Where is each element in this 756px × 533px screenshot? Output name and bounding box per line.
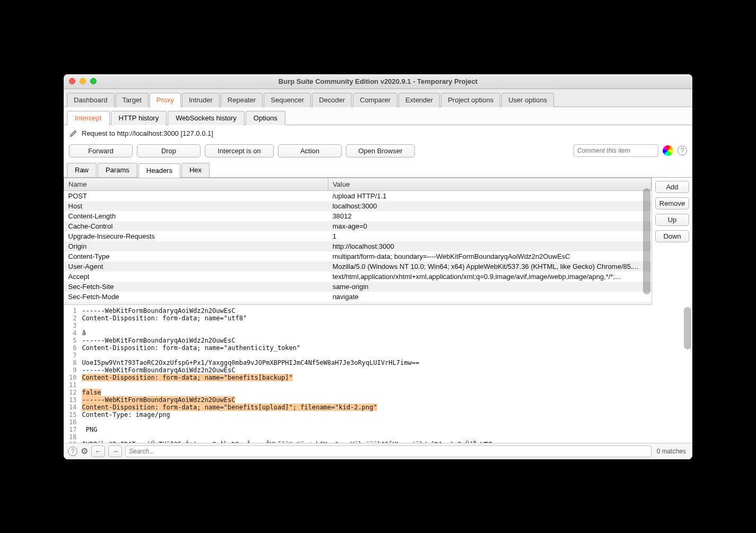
table-cell: max-age=0 xyxy=(328,221,651,231)
table-row[interactable]: Sec-Fetch-Sitesame-origin xyxy=(64,282,651,292)
open-browser-button[interactable]: Open Browser xyxy=(346,144,415,158)
table-cell: Origin xyxy=(64,241,328,251)
drop-button[interactable]: Drop xyxy=(137,144,201,158)
table-cell: Sec-Fetch-Mode xyxy=(64,292,328,302)
table-cell: Content-Length xyxy=(64,211,328,221)
sub-tabs: InterceptHTTP historyWebSockets historyO… xyxy=(64,107,692,125)
down-button[interactable]: Down xyxy=(655,230,689,242)
table-cell: POST xyxy=(64,190,328,201)
table-row[interactable]: Cache-Controlmax-age=0 xyxy=(64,221,651,231)
table-cell: Upgrade-Insecure-Requests xyxy=(64,231,328,241)
help-icon[interactable]: ? xyxy=(68,447,77,456)
column-header[interactable]: Name xyxy=(64,178,328,190)
tab-target[interactable]: Target xyxy=(116,93,149,107)
action-button[interactable]: Action xyxy=(278,144,342,158)
request-line: Request to http://localhost:3000 [127.0.… xyxy=(64,125,692,142)
table-row[interactable]: Upgrade-Insecure-Requests1 xyxy=(64,231,651,241)
table-row[interactable]: Content-Length38012 xyxy=(64,211,651,221)
table-row[interactable]: Hostlocalhost:3000 xyxy=(64,201,651,211)
remove-button[interactable]: Remove xyxy=(655,197,689,209)
table-cell: /upload HTTP/1.1 xyxy=(328,190,651,201)
table-row[interactable]: User-AgentMozilla/5.0 (Windows NT 10.0; … xyxy=(64,261,651,272)
table-cell: Content-Type xyxy=(64,251,328,261)
bottombar: ? ⚙ ← → 0 matches xyxy=(64,443,692,459)
subtab-http-history[interactable]: HTTP history xyxy=(111,111,167,125)
table-row[interactable]: Sec-Fetch-Modenavigate xyxy=(64,292,651,302)
table-cell: text/html,application/xhtml+xml,applicat… xyxy=(328,272,651,282)
tab-intruder[interactable]: Intruder xyxy=(182,93,220,107)
table-cell: same-origin xyxy=(328,282,651,292)
tab-comparer[interactable]: Comparer xyxy=(353,93,397,107)
traffic-lights xyxy=(69,78,97,84)
add-button[interactable]: Add xyxy=(655,181,689,193)
prev-button[interactable]: ← xyxy=(91,445,105,457)
color-wheel-icon[interactable] xyxy=(663,145,673,156)
close-icon[interactable] xyxy=(69,78,75,84)
scrollbar-thumb[interactable] xyxy=(643,188,650,294)
viewtab-headers[interactable]: Headers xyxy=(138,163,180,178)
subtab-websockets-history[interactable]: WebSockets history xyxy=(168,111,245,125)
request-text: Request to http://localhost:3000 [127.0.… xyxy=(82,129,213,137)
window-title: Burp Suite Community Edition v2020.9.1 -… xyxy=(64,77,692,85)
comment-input[interactable] xyxy=(573,144,658,157)
viewtab-params[interactable]: Params xyxy=(98,163,137,177)
table-cell: localhost:3000 xyxy=(328,201,651,211)
tab-project-options[interactable]: Project options xyxy=(441,93,500,107)
minimize-icon[interactable] xyxy=(80,78,86,84)
headers-table[interactable]: NameValue POST/upload HTTP/1.1Hostlocalh… xyxy=(64,178,651,305)
table-cell: http://localhost:3000 xyxy=(328,241,651,251)
app-window: Burp Suite Community Edition v2020.9.1 -… xyxy=(64,74,692,459)
tab-repeater[interactable]: Repeater xyxy=(221,93,263,107)
viewtab-raw[interactable]: Raw xyxy=(67,163,97,177)
edit-icon[interactable] xyxy=(69,129,77,138)
scrollbar-thumb[interactable] xyxy=(684,307,691,349)
table-cell: navigate xyxy=(328,292,651,302)
view-tabs: RawParamsHeadersHex xyxy=(64,163,692,178)
headers-pane: NameValue POST/upload HTTP/1.1Hostlocalh… xyxy=(64,178,692,305)
table-row[interactable]: Content-Typemultipart/form-data; boundar… xyxy=(64,251,651,261)
action-row: Forward Drop Intercept is on Action Open… xyxy=(64,142,692,163)
intercept-toggle[interactable]: Intercept is on xyxy=(205,144,274,158)
table-cell: Mozilla/5.0 (Windows NT 10.0; Win64; x64… xyxy=(328,261,651,272)
table-row[interactable]: POST/upload HTTP/1.1 xyxy=(64,190,651,201)
column-header[interactable]: Value xyxy=(328,178,651,190)
subtab-intercept[interactable]: Intercept xyxy=(67,111,110,125)
subtab-options[interactable]: Options xyxy=(246,111,285,125)
table-cell: User-Agent xyxy=(64,261,328,272)
table-row[interactable]: Accepttext/html,application/xhtml+xml,ap… xyxy=(64,272,651,282)
table-cell: multipart/form-data; boundary=----WebKit… xyxy=(328,251,651,261)
next-button[interactable]: → xyxy=(108,445,122,457)
tab-proxy[interactable]: Proxy xyxy=(150,93,181,107)
zoom-icon[interactable] xyxy=(90,78,97,84)
table-cell: 38012 xyxy=(328,211,651,221)
tab-decoder[interactable]: Decoder xyxy=(312,93,352,107)
help-icon[interactable]: ? xyxy=(677,146,687,155)
table-cell: 1 xyxy=(328,231,651,241)
tab-extender[interactable]: Extender xyxy=(398,93,440,107)
titlebar: Burp Suite Community Edition v2020.9.1 -… xyxy=(64,74,692,89)
gear-icon[interactable]: ⚙ xyxy=(81,446,88,456)
up-button[interactable]: Up xyxy=(655,214,689,226)
tab-sequencer[interactable]: Sequencer xyxy=(264,93,311,107)
viewtab-hex[interactable]: Hex xyxy=(181,163,210,177)
table-cell: Host xyxy=(64,201,328,211)
raw-pane[interactable]: 1 2 3 4 5 6 7 8 9 10 11 12 13 14 15 16 1… xyxy=(64,305,692,443)
tab-user-options[interactable]: User options xyxy=(501,93,554,107)
main-tabs: DashboardTargetProxyIntruderRepeaterSequ… xyxy=(64,89,692,107)
forward-button[interactable]: Forward xyxy=(69,144,133,158)
side-buttons: AddRemoveUpDown xyxy=(652,178,692,305)
table-cell: Accept xyxy=(64,272,328,282)
match-count: 0 matches xyxy=(655,448,688,455)
search-input[interactable] xyxy=(125,445,651,457)
table-row[interactable]: Originhttp://localhost:3000 xyxy=(64,241,651,251)
table-cell: Cache-Control xyxy=(64,221,328,231)
tab-dashboard[interactable]: Dashboard xyxy=(67,93,115,107)
table-cell: Sec-Fetch-Site xyxy=(64,282,328,292)
